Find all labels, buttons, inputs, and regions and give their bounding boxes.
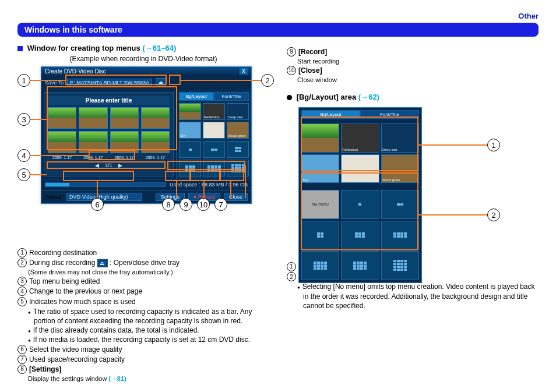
left-column: Window for creating top menus (→61–64) (… [17, 44, 269, 383]
right-heading: [Bg/Layout] area (→62) [287, 93, 539, 101]
layout-grid-r: No menu [301, 190, 419, 280]
eject-icon[interactable] [156, 78, 166, 87]
eject-icon [97, 259, 108, 267]
nav-next-icon[interactable]: ▶ [118, 163, 122, 168]
layout-option[interactable] [179, 160, 201, 176]
tab-fonttitle[interactable]: Font/Title [214, 92, 249, 101]
callout-r1: 1 [417, 139, 500, 151]
layout-option[interactable] [381, 251, 419, 280]
bg-option[interactable]: Deep sea [227, 103, 249, 120]
xref-link[interactable]: (→81) [108, 375, 126, 382]
section-title: Windows in this software [17, 23, 539, 37]
layout-option[interactable] [179, 141, 201, 158]
category-label: Other [17, 12, 539, 20]
bg-grid: ReflectionDeep seaSkyCottonWood grain [179, 103, 249, 139]
tab-bglayout[interactable]: Bg/Layout [179, 92, 214, 101]
right-heading-text: [Bg/Layout] area [297, 93, 357, 101]
tab-fonttitle-r[interactable]: Font/Title [360, 110, 419, 119]
layout-option[interactable] [341, 221, 379, 249]
menu-title-input[interactable]: Please enter title [48, 96, 170, 105]
tab-bglayout-r[interactable]: Bg/Layout [301, 110, 360, 119]
left-heading-text: Window for creating top menus [27, 44, 140, 52]
menu-thumb[interactable]: 2009. 1.17 [110, 107, 139, 129]
callout-8: 8 [162, 198, 175, 211]
layout-option[interactable] [203, 141, 225, 158]
callout-r2: 2 [417, 209, 500, 221]
callout-1: 1 [17, 74, 65, 87]
callout-9: 9 [180, 198, 192, 211]
nav-prev-icon[interactable]: ◀ [95, 163, 99, 168]
right-column: 9[Record]Start recording 10[Close]Close … [287, 44, 539, 383]
bg-option[interactable]: Cotton [341, 154, 379, 183]
layout-option[interactable] [341, 251, 379, 280]
layout-option[interactable] [227, 141, 249, 158]
nav-page: 1/1 [105, 163, 112, 168]
layout-option[interactable] [381, 190, 419, 219]
page-nav[interactable]: ◀ 1/1 ▶ [48, 163, 170, 168]
menu-thumb[interactable]: 2009. 1.17 [141, 131, 170, 153]
menu-thumb[interactable]: 2009. 1.17 [48, 107, 76, 129]
square-bullet [17, 46, 23, 51]
callout-4: 4 [17, 149, 89, 162]
bg-option[interactable]: Wood grain [227, 122, 249, 139]
callout-6: 6 [91, 198, 104, 211]
bg-option[interactable]: Sky [179, 122, 201, 139]
bglayout-window: Bg/Layout Font/Title ReflectionDeep seaS… [298, 107, 422, 283]
callout-5: 5 [17, 168, 47, 181]
right-cont-desc: 9[Record]Start recording 10[Close]Close … [287, 47, 539, 84]
layout-option[interactable]: No menu [301, 190, 339, 218]
callout-10: 10 [197, 198, 210, 211]
callout-3: 3 [17, 113, 47, 126]
menu-thumb[interactable]: 2009. 1.17 [79, 107, 107, 129]
right-heading-link[interactable]: (→62) [358, 93, 379, 101]
menu-thumbnails: 2009. 1.172009. 1.172009. 1.172009. 1.17… [48, 107, 170, 153]
bg-option[interactable] [179, 103, 201, 120]
space-bar [45, 182, 166, 187]
preview-area: Please enter title 2009. 1.172009. 1.172… [44, 92, 174, 176]
menu-thumb[interactable]: 2009. 1.17 [141, 107, 170, 129]
bg-option[interactable]: Deep sea [381, 123, 419, 153]
layout-option[interactable] [301, 221, 339, 249]
left-descriptions: 1Recording destination2During disc recor… [17, 248, 269, 383]
example-note: (Example when recording in DVD-Video for… [17, 55, 269, 63]
bg-option[interactable]: Cotton [203, 122, 225, 139]
layout-option[interactable] [301, 251, 339, 280]
bg-option[interactable] [301, 123, 339, 152]
callout-7: 7 [214, 198, 227, 211]
bg-grid-r: ReflectionDeep seaSkyCottonWood grain [301, 123, 419, 183]
figure-main: Create DVD-Video Disc X Save To E: MATSH… [17, 66, 269, 241]
drive-select[interactable]: E: MATSHITA BD-MLT SW-5583A [67, 79, 152, 87]
figure-bglayout: Bg/Layout Font/Title ReflectionDeep seaS… [287, 104, 539, 255]
bg-option[interactable]: Sky [301, 154, 339, 183]
dot-bullet [287, 95, 292, 100]
bg-option[interactable]: Reflection [341, 123, 379, 152]
callout-2: 2 [180, 74, 274, 87]
bg-option[interactable]: Reflection [203, 103, 225, 120]
left-heading: Window for creating top menus (→61–64) [17, 44, 269, 52]
left-heading-link[interactable]: (→61–64) [142, 44, 176, 52]
menu-thumb[interactable]: 2009. 1.17 [110, 131, 139, 153]
layout-option[interactable] [381, 221, 419, 250]
layout-option[interactable] [341, 190, 379, 218]
bg-option[interactable]: Wood grain [381, 154, 419, 183]
